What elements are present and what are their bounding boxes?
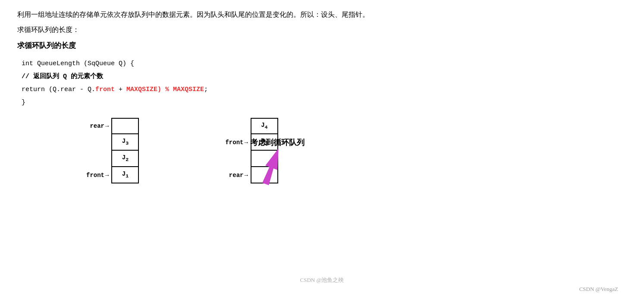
rear-label: rear → xyxy=(90,118,109,134)
right-front-label: front → xyxy=(225,134,248,151)
right-rear-text: rear xyxy=(229,172,244,179)
code-return-prefix: return (Q.rear - Q. xyxy=(22,86,95,93)
rear-label-text: rear xyxy=(90,123,104,130)
annotation-arrow xyxy=(260,149,295,188)
right-cell-0-content: J4 xyxy=(261,122,267,130)
watermark-center: CSDN @池鱼之殃 xyxy=(300,276,344,284)
front-arrow-right: → xyxy=(105,172,109,179)
cell-3: J1 xyxy=(111,167,139,183)
cell-3-content: J1 xyxy=(122,171,129,179)
front-label-text: front xyxy=(86,172,104,179)
code-front-word: front xyxy=(95,86,115,93)
section-question: 求循环队列的长度： xyxy=(17,25,627,35)
code-maxqsize-expr: MAXQSIZE) % MAXQSIZE xyxy=(126,86,204,93)
code-section: 考虑到循环队列 int QueueLength (SqQueue Q) { //… xyxy=(17,57,627,109)
rear-arrow-right: → xyxy=(105,123,109,130)
cell-1: J3 xyxy=(111,134,139,151)
intro-text: 利用一组地址连续的存储单元依次存放队列中的数据元素。因为队头和队尾的位置是变化的… xyxy=(17,9,627,21)
diagram-left-cells: J3 J2 J1 xyxy=(111,118,139,183)
svg-marker-0 xyxy=(260,149,285,186)
right-front-text: front xyxy=(225,139,243,146)
code-line-1: int QueueLength (SqQueue Q) { xyxy=(22,57,627,70)
cell-0 xyxy=(111,118,139,134)
code-line-3: return (Q.rear - Q.front + MAXQSIZE) % M… xyxy=(22,83,627,96)
diagram-left-labels: rear → front → xyxy=(86,118,109,183)
code-return-suffix: + xyxy=(115,86,126,93)
diagrams-container: rear → front → J3 J2 J1 fr xyxy=(86,118,627,183)
code-return-end: ; xyxy=(204,86,208,93)
front-label: front → xyxy=(86,167,109,183)
code-block: int QueueLength (SqQueue Q) { // 返回队列 Q … xyxy=(22,57,627,109)
code-line-2: // 返回队列 Q 的元素个数 xyxy=(22,70,627,83)
right-rear-label: rear → xyxy=(229,167,248,183)
annotation-block: 考虑到循环队列 xyxy=(250,137,305,188)
cell-2-content: J2 xyxy=(122,154,129,163)
section-heading: 求循环队列的长度 xyxy=(17,41,627,51)
code-line-4: } xyxy=(22,96,627,109)
cell-1-content: J3 xyxy=(122,138,129,146)
diagram-right-labels: front → rear → xyxy=(225,118,248,183)
cell-2: J2 xyxy=(111,151,139,167)
right-cell-0: J4 xyxy=(251,118,278,134)
diagram-left: rear → front → J3 J2 J1 xyxy=(86,118,139,183)
annotation-text: 考虑到循环队列 xyxy=(250,137,305,148)
right-front-arrow: → xyxy=(244,139,248,146)
watermark-bottom-right: CSDN @VengaZ xyxy=(579,286,618,293)
right-rear-arrow: → xyxy=(244,172,248,179)
